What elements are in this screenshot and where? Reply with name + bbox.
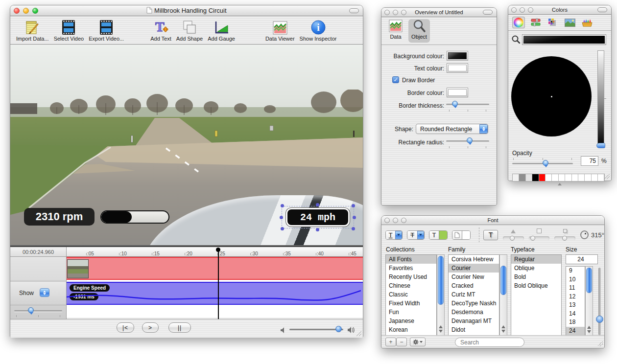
- selection-handle[interactable]: [316, 203, 319, 206]
- timeline-ruler[interactable]: :05:10:15:20:25:30:35:40:45: [67, 247, 363, 257]
- timeline-zoom-slider[interactable]: [14, 307, 62, 314]
- collections-list[interactable]: All FontsFavoritesRecently UsedChineseCl…: [385, 254, 437, 336]
- text-color-control[interactable]: T: [429, 230, 448, 240]
- border-thickness-slider[interactable]: [446, 101, 489, 108]
- collection-item[interactable]: Japanese: [386, 317, 436, 325]
- document-color-swatch[interactable]: [462, 231, 470, 239]
- collection-item[interactable]: Recently Used: [386, 273, 436, 281]
- family-item[interactable]: Didot: [449, 325, 499, 334]
- color-swatch[interactable]: [513, 174, 519, 181]
- size-item[interactable]: 18: [566, 318, 585, 327]
- font-titlebar[interactable]: Font: [381, 216, 604, 225]
- color-swatch[interactable]: [519, 174, 525, 181]
- speed-overlay[interactable]: 24 mph: [286, 208, 350, 227]
- show-popup[interactable]: [40, 288, 49, 297]
- colors-titlebar[interactable]: Colors: [508, 5, 611, 15]
- rpm-overlay[interactable]: 2310 rpm: [24, 208, 95, 226]
- select-video-button[interactable]: Select Video: [54, 19, 84, 42]
- shadow-opacity-slider[interactable]: [503, 228, 524, 242]
- family-item[interactable]: DecoType Naskh: [449, 299, 499, 308]
- collection-item[interactable]: Fun: [386, 308, 436, 317]
- underline-control[interactable]: T: [385, 230, 403, 240]
- family-item[interactable]: Corsiva Hebrew: [449, 255, 499, 264]
- text-shadow-toggle[interactable]: T: [483, 230, 498, 240]
- family-list[interactable]: Corsiva HebrewCourierCourier NewCrackedC…: [448, 254, 499, 336]
- underline-menu-arrow[interactable]: [395, 231, 402, 239]
- opacity-slider[interactable]: [512, 160, 573, 167]
- brightness-slider[interactable]: [597, 50, 604, 146]
- typeface-item[interactable]: Bold: [511, 273, 561, 281]
- size-item[interactable]: 13: [566, 301, 585, 310]
- color-swatch[interactable]: [565, 174, 571, 181]
- add-gauge-button[interactable]: Add Gauge: [208, 19, 235, 42]
- data-viewer-button[interactable]: Data Viewer: [265, 19, 295, 42]
- selection-handle[interactable]: [352, 227, 355, 230]
- typeface-item[interactable]: Bold Oblique: [511, 281, 561, 290]
- resize-grip[interactable]: [597, 341, 603, 347]
- selection-handle[interactable]: [281, 204, 284, 207]
- rectangle-radius-slider[interactable]: [446, 137, 489, 144]
- color-swatch[interactable]: [539, 174, 546, 181]
- search-input[interactable]: [455, 338, 524, 347]
- go-to-start-button[interactable]: |<: [117, 322, 134, 333]
- size-item[interactable]: 10: [566, 275, 585, 284]
- color-swatch[interactable]: [546, 174, 552, 181]
- crayons-tab[interactable]: [581, 17, 593, 28]
- size-input[interactable]: [566, 254, 598, 264]
- size-slider-thumb[interactable]: [596, 316, 603, 323]
- collection-item[interactable]: Favorites: [386, 264, 436, 273]
- selection-handle[interactable]: [280, 216, 283, 219]
- tab-object[interactable]: Object: [408, 19, 430, 43]
- size-scrollbar[interactable]: [585, 266, 593, 336]
- add-text-button[interactable]: T Add Text: [150, 19, 171, 42]
- family-item[interactable]: Courier New: [449, 273, 499, 281]
- color-swatch[interactable]: [552, 174, 558, 181]
- selection-handle[interactable]: [281, 227, 284, 230]
- draw-border-checkbox[interactable]: ✓: [392, 76, 399, 83]
- playhead[interactable]: [216, 248, 220, 319]
- collection-item[interactable]: All Fonts: [386, 255, 436, 264]
- color-swatch[interactable]: [572, 174, 578, 181]
- shape-popup[interactable]: Rounded Rectangle: [416, 124, 488, 134]
- background-colour-well[interactable]: [447, 51, 468, 61]
- collection-item[interactable]: Classic: [386, 290, 436, 299]
- add-shape-button[interactable]: Add Shape: [176, 19, 203, 42]
- toolbar-toggle-pill[interactable]: [597, 7, 607, 12]
- typeface-list[interactable]: RegularObliqueBoldBold Oblique: [511, 254, 562, 336]
- size-item[interactable]: 12: [566, 293, 585, 301]
- collections-scrollbar[interactable]: [437, 254, 445, 336]
- strikethrough-menu-arrow[interactable]: [417, 231, 424, 239]
- selection-handle[interactable]: [352, 204, 355, 207]
- family-item[interactable]: Desdemona: [449, 308, 499, 317]
- size-item[interactable]: 11: [566, 284, 585, 293]
- color-wheel-tab[interactable]: [512, 17, 525, 28]
- show-inspector-button[interactable]: i Show Inspector: [300, 19, 337, 42]
- family-item[interactable]: Cracked: [449, 281, 499, 290]
- drawer-arrow[interactable]: [558, 183, 562, 185]
- shadow-angle-dial[interactable]: [580, 230, 589, 239]
- color-palettes-tab[interactable]: [546, 17, 559, 28]
- image-palettes-tab[interactable]: [564, 17, 576, 28]
- family-item[interactable]: Courier: [449, 264, 499, 273]
- tab-data[interactable]: Data: [385, 19, 406, 43]
- engine-speed-track[interactable]: Engine Speed -1931 ms: [67, 282, 363, 305]
- video-track[interactable]: [67, 257, 363, 280]
- empty-track[interactable]: [67, 305, 363, 318]
- color-swatch[interactable]: [592, 174, 598, 181]
- text-colour-well[interactable]: [447, 63, 468, 73]
- resize-grip[interactable]: [356, 331, 362, 337]
- typeface-item[interactable]: Oblique: [511, 264, 561, 273]
- video-view[interactable]: 2310 rpm 24 mph: [10, 45, 363, 245]
- color-wheel-cursor[interactable]: [551, 96, 552, 97]
- color-swatch[interactable]: [585, 174, 591, 181]
- shadow-offset-slider[interactable]: [554, 228, 575, 242]
- family-item[interactable]: Curlz MT: [449, 290, 499, 299]
- brightness-thumb[interactable]: [596, 143, 605, 148]
- selection-handle[interactable]: [353, 216, 356, 219]
- color-swatch[interactable]: [532, 174, 539, 181]
- size-item[interactable]: 14: [566, 310, 585, 318]
- typeface-item[interactable]: Regular: [511, 255, 561, 264]
- resize-grip[interactable]: [604, 174, 610, 180]
- collection-item[interactable]: Korean: [386, 325, 436, 334]
- play-button[interactable]: >: [142, 322, 159, 333]
